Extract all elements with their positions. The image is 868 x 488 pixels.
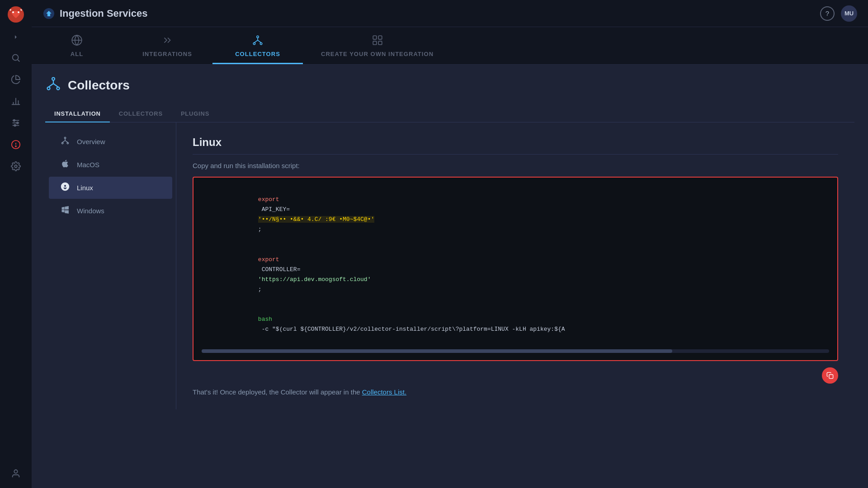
code-block: export API_KEY= '••/N§•• •&&• 4.C/ :9€ •… bbox=[193, 177, 838, 361]
svg-point-33 bbox=[47, 87, 50, 90]
app-title: Ingestion Services bbox=[42, 7, 147, 20]
sub-tab-plugins[interactable]: PLUGINS bbox=[172, 106, 218, 122]
svg-line-43 bbox=[65, 141, 68, 142]
svg-line-37 bbox=[53, 84, 58, 87]
svg-point-1 bbox=[12, 11, 14, 13]
svg-line-26 bbox=[254, 40, 258, 42]
sub-tab-collectors[interactable]: COLLECTORS bbox=[110, 106, 172, 122]
footer-text: That's it! Once deployed, the Collector … bbox=[193, 388, 838, 396]
sidebar-search-icon[interactable] bbox=[6, 48, 26, 68]
sidebar-expand-button[interactable] bbox=[6, 30, 26, 44]
svg-line-36 bbox=[49, 84, 54, 87]
linux-icon bbox=[60, 182, 71, 193]
right-panel: Linux Copy and run this installation scr… bbox=[176, 122, 854, 409]
svg-point-16 bbox=[14, 165, 17, 168]
svg-point-38 bbox=[64, 137, 66, 139]
sidebar-alert-icon[interactable] bbox=[6, 135, 26, 155]
svg-rect-44 bbox=[829, 375, 833, 379]
page-title: Collectors bbox=[68, 78, 130, 93]
svg-point-23 bbox=[253, 42, 255, 44]
sidebar-bottom bbox=[6, 464, 26, 483]
code-line-2: export CONTROLLER= 'https://api.dev.moog… bbox=[202, 245, 829, 305]
svg-line-42 bbox=[62, 141, 65, 142]
inner-content: Collectors INSTALLATION COLLECTORS PLUGI… bbox=[32, 65, 868, 488]
content-area: Collectors INSTALLATION COLLECTORS PLUGI… bbox=[32, 65, 868, 488]
install-description: Copy and run this installation script: bbox=[193, 162, 838, 169]
section-title: Linux bbox=[193, 136, 838, 155]
collectors-list-link[interactable]: Collectors List. bbox=[362, 388, 406, 396]
collectors-icon bbox=[252, 34, 264, 48]
main-area: Ingestion Services ? MU ALL bbox=[32, 0, 868, 488]
windows-label: Windows bbox=[77, 207, 104, 215]
sidebar-sliders-icon[interactable] bbox=[6, 113, 26, 133]
svg-point-40 bbox=[67, 142, 68, 144]
page-header: Collectors bbox=[45, 75, 854, 95]
integrations-icon bbox=[161, 34, 173, 48]
svg-point-15 bbox=[15, 146, 16, 147]
svg-point-24 bbox=[260, 42, 262, 44]
svg-rect-29 bbox=[378, 36, 382, 39]
code-line-1: export API_KEY= '••/N§•• •&&• 4.C/ :9€ •… bbox=[202, 185, 829, 245]
svg-point-39 bbox=[62, 142, 63, 144]
svg-point-3 bbox=[13, 55, 19, 61]
left-panel: Overview MacOS bbox=[45, 122, 176, 409]
nav-linux[interactable]: Linux bbox=[49, 177, 172, 199]
nav-overview[interactable]: Overview bbox=[49, 131, 172, 153]
sidebar-user-icon[interactable] bbox=[6, 464, 26, 483]
macos-icon bbox=[60, 159, 71, 170]
svg-point-19 bbox=[48, 11, 50, 13]
svg-point-2 bbox=[18, 11, 19, 13]
topbar: Ingestion Services ? MU bbox=[32, 0, 868, 27]
topbar-right: ? MU bbox=[820, 5, 857, 22]
overview-label: Overview bbox=[77, 138, 105, 145]
svg-point-12 bbox=[17, 122, 19, 124]
tab-collectors[interactable]: COLLECTORS bbox=[212, 27, 303, 64]
help-button[interactable]: ? bbox=[820, 6, 835, 21]
linux-label: Linux bbox=[77, 184, 93, 192]
svg-point-13 bbox=[14, 125, 16, 127]
sidebar-analytics-icon[interactable] bbox=[6, 70, 26, 89]
macos-label: MacOS bbox=[77, 161, 99, 169]
svg-point-17 bbox=[14, 470, 17, 473]
svg-point-32 bbox=[52, 78, 55, 80]
windows-icon bbox=[60, 205, 71, 216]
user-avatar[interactable]: MU bbox=[841, 5, 857, 22]
tab-all[interactable]: ALL bbox=[32, 27, 122, 64]
svg-rect-28 bbox=[373, 36, 377, 39]
nav-macos[interactable]: MacOS bbox=[49, 154, 172, 176]
sidebar bbox=[0, 0, 32, 488]
code-scrollbar-thumb[interactable] bbox=[202, 349, 672, 353]
svg-point-11 bbox=[14, 120, 15, 122]
tab-collectors-label: COLLECTORS bbox=[235, 51, 280, 57]
sub-tab-installation[interactable]: INSTALLATION bbox=[45, 106, 110, 122]
copy-button[interactable] bbox=[822, 367, 838, 384]
svg-point-22 bbox=[257, 36, 259, 38]
tab-create-label: CREATE YOUR OWN INTEGRATION bbox=[321, 51, 434, 57]
create-icon bbox=[372, 34, 383, 48]
svg-rect-30 bbox=[373, 41, 377, 45]
overview-icon bbox=[60, 136, 71, 147]
nav-windows[interactable]: Windows bbox=[49, 200, 172, 222]
sidebar-settings-icon[interactable] bbox=[6, 156, 26, 176]
tab-all-label: ALL bbox=[71, 51, 83, 57]
body-layout: Overview MacOS bbox=[45, 122, 854, 409]
tab-integrations-label: INTEGRATIONS bbox=[142, 51, 192, 57]
tab-navigation: ALL INTEGRATIONS bbox=[32, 27, 868, 65]
page-header-icon bbox=[45, 75, 61, 95]
code-line-3: bash -c "$(curl ${CONTROLLER}/v2/collect… bbox=[202, 305, 829, 344]
all-icon bbox=[71, 34, 83, 48]
tab-integrations[interactable]: INTEGRATIONS bbox=[122, 27, 212, 64]
svg-rect-31 bbox=[378, 41, 382, 45]
svg-point-34 bbox=[57, 87, 60, 90]
svg-line-27 bbox=[258, 40, 261, 42]
tab-create[interactable]: CREATE YOUR OWN INTEGRATION bbox=[303, 27, 452, 64]
sidebar-chart-icon[interactable] bbox=[6, 91, 26, 111]
sidebar-logo[interactable] bbox=[6, 5, 26, 24]
sub-tabs: INSTALLATION COLLECTORS PLUGINS bbox=[45, 106, 854, 122]
